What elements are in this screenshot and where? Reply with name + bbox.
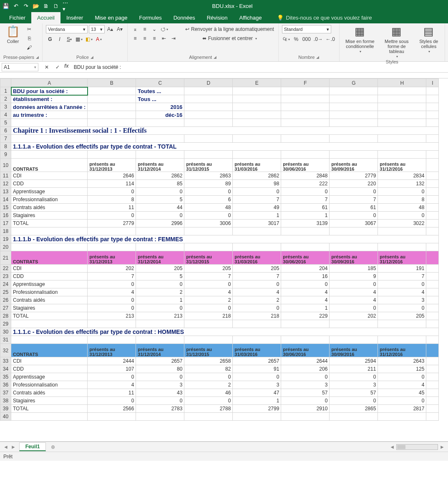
table-cell[interactable]: 0: [88, 304, 136, 312]
table-cell[interactable]: 2444: [88, 357, 136, 365]
table-row-label[interactable]: Stagiaires: [11, 397, 88, 405]
format-painter-button[interactable]: 🖌: [25, 43, 33, 52]
row-header[interactable]: 6: [0, 127, 11, 135]
table-cell[interactable]: 2865: [330, 405, 378, 413]
table-cell[interactable]: 213: [136, 312, 184, 320]
table-row-label[interactable]: Professionnalisation: [11, 196, 88, 204]
table-cell[interactable]: 205: [136, 265, 184, 273]
table-cell[interactable]: 0: [330, 304, 378, 312]
table-cell[interactable]: 222: [281, 180, 330, 188]
table-cell[interactable]: 8: [88, 196, 136, 204]
table-cell[interactable]: 125: [378, 365, 426, 373]
row-header[interactable]: 5: [0, 119, 11, 127]
table-column-header[interactable]: présents au 31/12/2013: [88, 251, 136, 265]
table-cell[interactable]: 48: [184, 204, 233, 212]
table-cell[interactable]: 0: [136, 304, 184, 312]
row-header[interactable]: 11: [0, 172, 11, 180]
table-cell[interactable]: 202: [330, 312, 378, 320]
table-cell[interactable]: 1: [281, 304, 330, 312]
table-cell[interactable]: 132: [378, 180, 426, 188]
name-box[interactable]: A1▾: [2, 63, 38, 71]
table-column-header[interactable]: présents au 30/06/2016: [281, 159, 330, 172]
column-header[interactable]: B: [88, 79, 136, 87]
table-cell[interactable]: 7: [330, 196, 378, 204]
cell[interactable]: 2016: [136, 103, 184, 111]
table-cell[interactable]: 2799: [233, 405, 281, 413]
table-row-label[interactable]: Stagiaires: [11, 304, 88, 312]
table-cell[interactable]: 205: [233, 265, 281, 273]
table-cell[interactable]: 0: [136, 212, 184, 220]
spreadsheet-grid[interactable]: ABCDEFGHI1BDU pour la société :Toutes ..…: [0, 78, 448, 442]
table-cell[interactable]: 3022: [378, 220, 426, 227]
table-row-label[interactable]: TOTAL: [11, 220, 88, 227]
horizontal-scrollbar[interactable]: [396, 444, 438, 450]
table-cell[interactable]: 185: [330, 265, 378, 273]
row-header[interactable]: 15: [0, 204, 11, 212]
row-header[interactable]: 1: [0, 87, 11, 95]
table-column-header[interactable]: présents au 30/06/2016: [281, 251, 330, 265]
table-cell[interactable]: 2658: [184, 357, 233, 365]
table-cell[interactable]: 3067: [330, 220, 378, 227]
table-column-header[interactable]: présents au 31/12/2016: [378, 344, 426, 357]
currency-button[interactable]: ₠: [282, 35, 291, 43]
table-cell[interactable]: 0: [330, 188, 378, 196]
row-header[interactable]: 39: [0, 405, 11, 413]
table-cell[interactable]: 5: [136, 273, 184, 280]
table-row-label[interactable]: Apprentissage: [11, 280, 88, 288]
sheet-prev-icon[interactable]: ◄: [3, 444, 8, 450]
table-cell[interactable]: 0: [136, 280, 184, 288]
table-cell[interactable]: 2996: [136, 220, 184, 227]
cell[interactable]: Tous ...: [136, 95, 184, 103]
table-row-label[interactable]: Stagiaires: [11, 212, 88, 220]
table-cell[interactable]: 1: [233, 212, 281, 220]
table-row-label[interactable]: Contrats aidés: [11, 296, 88, 304]
decrease-font-button[interactable]: A▾: [116, 25, 124, 33]
table-cell[interactable]: 2: [184, 381, 233, 389]
cancel-formula-button[interactable]: ✕: [43, 63, 51, 71]
tell-me-search[interactable]: 💡 Dites-nous ce que vous voulez faire: [273, 12, 376, 23]
table-cell[interactable]: 202: [88, 265, 136, 273]
table-cell[interactable]: 82: [184, 365, 233, 373]
align-bottom-button[interactable]: ⌄: [150, 25, 159, 33]
clipboard-launcher-icon[interactable]: ◢: [36, 55, 39, 59]
row-header[interactable]: 17: [0, 220, 11, 227]
table-cell[interactable]: 2594: [330, 357, 378, 365]
row-header[interactable]: 7: [0, 135, 11, 143]
table-row-label[interactable]: CDD: [11, 273, 88, 280]
table-cell[interactable]: 205: [184, 265, 233, 273]
table-cell[interactable]: 2783: [136, 405, 184, 413]
table-cell[interactable]: 0: [330, 212, 378, 220]
table-column-header[interactable]: présents au 31/12/2014: [136, 344, 184, 357]
increase-decimal-button[interactable]: .0→: [313, 35, 324, 43]
cell[interactable]: BDU pour la société :: [11, 87, 88, 95]
table-row-label[interactable]: CDD: [11, 365, 88, 373]
cell[interactable]: au trimestre :: [11, 111, 88, 119]
table-cell[interactable]: 191: [378, 265, 426, 273]
table-column-header[interactable]: présents au 31/03/2016: [233, 344, 281, 357]
fx-icon[interactable]: fx: [64, 63, 69, 71]
font-launcher-icon[interactable]: ◢: [91, 55, 93, 59]
row-header[interactable]: 30: [0, 328, 11, 336]
enter-formula-button[interactable]: ✓: [53, 63, 62, 71]
cell-styles-button[interactable]: ▤Styles de cellules: [416, 25, 441, 53]
number-launcher-icon[interactable]: ◢: [316, 55, 319, 59]
table-cell[interactable]: 0: [136, 373, 184, 381]
table-cell[interactable]: 3: [378, 296, 426, 304]
table-cell[interactable]: 2657: [136, 357, 184, 365]
row-header[interactable]: 28: [0, 312, 11, 320]
font-size-combo[interactable]: 13▾: [89, 25, 105, 33]
table-row-label[interactable]: TOTAL: [11, 312, 88, 320]
table-cell[interactable]: 0: [88, 280, 136, 288]
row-header[interactable]: 13: [0, 188, 11, 196]
column-header[interactable]: E: [233, 79, 281, 87]
table-cell[interactable]: 0: [281, 280, 330, 288]
table-column-header[interactable]: présents au 31/03/2016: [233, 159, 281, 172]
table-cell[interactable]: 9: [330, 273, 378, 280]
table-cell[interactable]: 1: [233, 397, 281, 405]
table-cell[interactable]: 1: [281, 212, 330, 220]
table-cell[interactable]: 2646: [88, 172, 136, 180]
table-cell[interactable]: 0: [281, 397, 330, 405]
table-cell[interactable]: 48: [378, 204, 426, 212]
table-cell[interactable]: 7: [184, 273, 233, 280]
table-cell[interactable]: 0: [184, 304, 233, 312]
